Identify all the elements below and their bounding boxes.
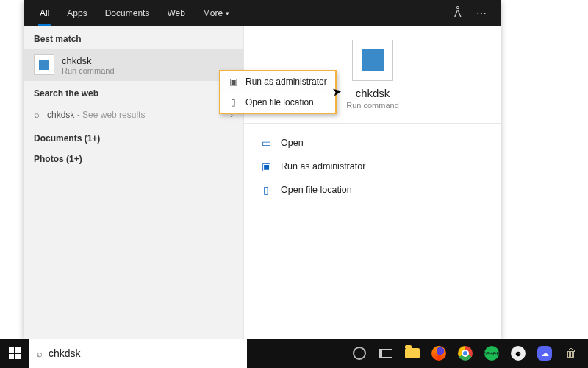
more-options-icon[interactable]: ⋯ xyxy=(470,7,492,19)
action-open[interactable]: ▭ Open xyxy=(257,131,488,155)
context-menu: ▣ Run as administrator ▯ Open file locat… xyxy=(219,70,337,114)
action-run-admin-label: Run as administrator xyxy=(281,161,365,171)
file-explorer-button[interactable] xyxy=(400,339,425,368)
tab-more[interactable]: More ▾ xyxy=(196,0,237,26)
folder-icon xyxy=(405,348,420,358)
app-button[interactable]: ☻ xyxy=(506,339,531,368)
recycle-bin-button[interactable]: 🗑 xyxy=(559,339,584,368)
taskbar: ⌕ �течения ☻ ☁ 🗑 xyxy=(0,339,588,368)
cortana-icon xyxy=(353,347,366,360)
search-input[interactable] xyxy=(49,347,240,359)
svg-rect-2 xyxy=(9,354,14,359)
spotify-icon: �течения xyxy=(484,346,499,361)
search-scope-tabs: All Apps Documents Web More ▾ ᐰ ⋯ xyxy=(24,0,501,26)
tab-apps[interactable]: Apps xyxy=(60,0,94,26)
chevron-down-icon: ▾ xyxy=(226,0,229,26)
firefox-icon xyxy=(431,346,446,361)
start-button[interactable] xyxy=(0,339,29,368)
search-icon: ⌕ xyxy=(34,109,40,120)
trash-icon: 🗑 xyxy=(565,347,577,360)
svg-rect-1 xyxy=(15,347,21,353)
taskbar-search[interactable]: ⌕ xyxy=(29,339,247,368)
svg-rect-3 xyxy=(15,354,21,359)
action-open-label: Open xyxy=(281,138,304,148)
context-open-location-label: Open file location xyxy=(245,97,314,107)
shield-icon: ▣ xyxy=(228,77,238,87)
web-query: chkdsk xyxy=(47,110,74,120)
divider xyxy=(244,123,501,124)
results-list: Best match chkdsk Run command Search the… xyxy=(24,26,244,339)
chrome-icon xyxy=(458,346,473,361)
context-run-admin[interactable]: ▣ Run as administrator xyxy=(220,71,335,92)
cortana-button[interactable] xyxy=(347,339,372,368)
spotify-button[interactable]: �течения xyxy=(479,339,504,368)
tab-more-label: More xyxy=(203,0,223,26)
best-match-item[interactable]: chkdsk Run command xyxy=(24,49,243,81)
best-match-title: chkdsk xyxy=(62,55,115,66)
context-run-admin-label: Run as administrator xyxy=(245,77,327,87)
firefox-button[interactable] xyxy=(426,339,451,368)
task-view-icon xyxy=(379,349,392,358)
context-open-location[interactable]: ▯ Open file location xyxy=(220,92,335,113)
chrome-button[interactable] xyxy=(453,339,478,368)
best-match-subtitle: Run command xyxy=(62,66,115,75)
discord-button[interactable]: ☁ xyxy=(532,339,557,368)
preview-app-icon xyxy=(352,40,393,81)
folder-icon: ▯ xyxy=(228,97,238,107)
task-view-button[interactable] xyxy=(373,339,398,368)
web-search-item[interactable]: ⌕ chkdsk - See web results › xyxy=(24,103,243,126)
run-command-icon xyxy=(34,54,54,75)
web-suffix: - See web results xyxy=(74,110,145,120)
search-icon: ⌕ xyxy=(37,348,43,359)
action-open-location-label: Open file location xyxy=(281,185,352,195)
feedback-icon[interactable]: ᐰ xyxy=(448,7,467,19)
tab-documents[interactable]: Documents xyxy=(98,0,157,26)
shield-icon: ▣ xyxy=(260,160,272,172)
tab-web[interactable]: Web xyxy=(159,0,192,26)
open-icon: ▭ xyxy=(260,137,272,149)
category-photos[interactable]: Photos (1+) xyxy=(24,146,243,167)
svg-rect-0 xyxy=(9,347,14,353)
ghost-icon: ☻ xyxy=(511,346,526,361)
search-results-panel: All Apps Documents Web More ▾ ᐰ ⋯ Best m… xyxy=(24,0,501,339)
category-documents[interactable]: Documents (1+) xyxy=(24,126,243,146)
tab-all[interactable]: All xyxy=(32,0,57,26)
folder-icon: ▯ xyxy=(260,184,272,196)
action-run-admin[interactable]: ▣ Run as administrator xyxy=(257,155,488,178)
discord-icon: ☁ xyxy=(537,346,552,361)
section-best-match: Best match xyxy=(24,26,243,49)
windows-logo-icon xyxy=(9,347,21,359)
action-open-location[interactable]: ▯ Open file location xyxy=(257,178,488,202)
section-search-web: Search the web xyxy=(24,81,243,103)
taskbar-pinned: �течения ☻ ☁ 🗑 xyxy=(347,339,588,368)
